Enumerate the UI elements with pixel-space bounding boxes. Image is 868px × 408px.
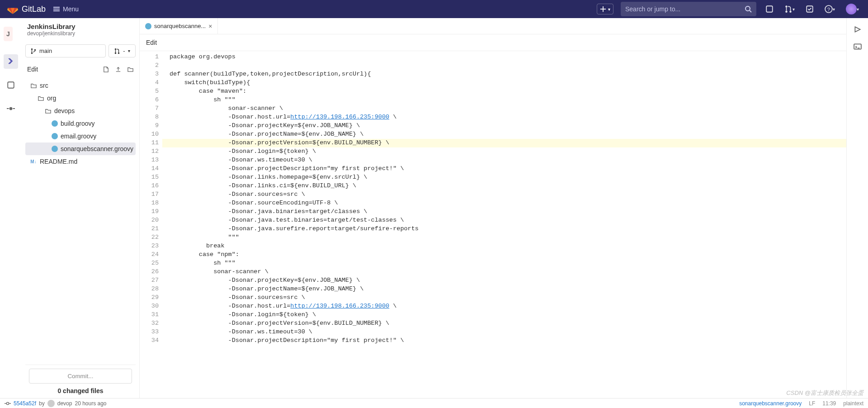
code-line[interactable]: -Dsonar.login=${token} \ (162, 311, 846, 319)
svg-point-10 (31, 48, 33, 50)
code-line[interactable]: -Dsonar.sourceEncoding=UTF-8 \ (162, 199, 846, 208)
svg-rect-8 (8, 82, 14, 88)
code-line[interactable]: -Dsonar.links.ci=${env.BUILD_URL} \ (162, 182, 846, 190)
gitlab-icon (7, 4, 18, 14)
menu-label: Menu (63, 5, 79, 13)
code-line[interactable]: -Dsonar.projectVersion=${env.BUILD_NUMBE… (162, 139, 846, 147)
project-avatar[interactable]: J (4, 27, 13, 41)
tree-item-build-groovy[interactable]: build.groovy (25, 117, 136, 130)
issues-icon[interactable] (764, 3, 775, 15)
code-line[interactable]: -Dsonar.java.surefire.report=target/sure… (162, 225, 846, 233)
groovy-icon (52, 133, 58, 139)
changed-files-count: 0 changed files (29, 387, 132, 394)
todos-icon[interactable] (804, 3, 816, 15)
merge-requests-icon[interactable]: ▾ (783, 3, 797, 15)
svg-point-15 (118, 52, 120, 54)
folder-icon (30, 82, 37, 89)
code-line[interactable]: sonar-scanner \ (162, 104, 846, 113)
search-input[interactable] (625, 5, 745, 13)
close-tab-icon[interactable]: × (208, 23, 212, 30)
code-line[interactable]: -Dsonar.login=${token} \ (162, 147, 846, 156)
code-line[interactable]: sh """ (162, 96, 846, 104)
right-rail (846, 18, 868, 398)
code-line[interactable]: -Dsonar.projectDescription="my first pro… (162, 337, 846, 345)
code-content[interactable]: package org.devops def scanner(buildType… (162, 51, 846, 398)
code-editor[interactable]: 1234567891011121314151617181920212223242… (140, 51, 846, 398)
chevron-down-icon: ▾ (128, 48, 130, 53)
pipeline-icon[interactable] (854, 25, 862, 33)
upload-icon[interactable] (115, 66, 122, 73)
tree-item-devops[interactable]: devops (25, 104, 136, 117)
code-line[interactable]: -Dsonar.projectKey=${env.JOB_NAME} \ (162, 122, 846, 130)
help-icon[interactable]: ?▾ (823, 3, 837, 15)
svg-point-4 (789, 10, 792, 13)
tree-item-src[interactable]: src (25, 79, 136, 92)
code-line[interactable]: -Dsonar.projectKey=${env.JOB_NAME} \ (162, 276, 846, 285)
search-icon (745, 5, 752, 13)
folder-icon (37, 95, 44, 102)
top-header: GitLab Menu ▾ ▾ ?▾ ▾ (0, 0, 868, 18)
code-line[interactable]: -Dsonar.sources=src \ (162, 190, 846, 199)
rail-review[interactable] (4, 78, 18, 92)
svg-point-11 (31, 52, 33, 54)
code-line[interactable]: -Dsonar.projectDescription="my first pro… (162, 165, 846, 173)
commit-button[interactable]: Commit... (29, 369, 132, 384)
tree-item-sonarquebscanner-groovy[interactable]: sonarquebscanner.groovy (25, 142, 136, 155)
tree-item-org[interactable]: org (25, 92, 136, 104)
code-line[interactable]: -Dsonar.links.homepage=${env.srcUrl} \ (162, 173, 846, 182)
code-line[interactable]: sh """ (162, 259, 846, 268)
project-path: devop/jenkinslibrary (27, 30, 75, 37)
code-line[interactable]: -Dsonar.projectName=${env.JOB_NAME} \ (162, 130, 846, 139)
code-line[interactable]: def scanner(buildType,token,projectDescr… (162, 70, 846, 79)
global-search[interactable] (621, 2, 756, 16)
tree-item-label: src (40, 82, 48, 89)
line-gutter: 1234567891011121314151617181920212223242… (140, 51, 162, 398)
svg-point-12 (34, 49, 36, 51)
svg-point-14 (115, 52, 117, 54)
url-link[interactable]: http://139.198.166.235:9000 (290, 114, 389, 120)
tree-item-README-md[interactable]: M↓README.md (25, 155, 136, 168)
tree-item-label: sonarquebscanner.groovy (61, 145, 133, 152)
code-line[interactable]: -Dsonar.java.binaries=target/classes \ (162, 208, 846, 216)
terminal-icon[interactable] (854, 43, 862, 51)
code-line[interactable]: case "maven": (162, 87, 846, 96)
icon-rail: J (0, 18, 22, 398)
tree-item-label: build.groovy (61, 120, 95, 127)
new-dropdown[interactable]: ▾ (597, 4, 613, 14)
code-line[interactable]: switch(buildType){ (162, 79, 846, 87)
svg-point-0 (745, 6, 750, 11)
mr-selector[interactable]: - ▾ (108, 44, 136, 57)
code-line[interactable] (162, 62, 846, 70)
code-line[interactable]: -Dsonar.ws.timeout=30 \ (162, 328, 846, 337)
user-menu[interactable]: ▾ (844, 2, 861, 16)
code-line[interactable]: -Dsonar.projectVersion=${env.BUILD_NUMBE… (162, 319, 846, 328)
new-dir-icon[interactable] (127, 66, 134, 73)
new-file-icon[interactable] (103, 66, 109, 73)
rail-commit[interactable] (4, 101, 18, 116)
code-line[interactable]: -Dsonar.ws.timeout=30 \ (162, 156, 846, 165)
project-name[interactable]: JenkinsLibrary (27, 23, 75, 30)
code-line[interactable]: -Dsonar.projectName=${env.JOB_NAME} \ (162, 285, 846, 294)
groovy-icon (52, 120, 58, 127)
code-line[interactable]: -Dsonar.host.url=http://139.198.166.235:… (162, 113, 846, 122)
branch-name: main (39, 47, 52, 54)
edit-section-label: Edit (27, 66, 38, 73)
code-line[interactable]: """ (162, 233, 846, 242)
hamburger-icon (53, 5, 60, 13)
code-line[interactable]: package org.devops (162, 53, 846, 62)
code-line[interactable]: break (162, 242, 846, 251)
file-tab[interactable]: sonarquebscanne... × (140, 18, 218, 34)
code-line[interactable]: -Dsonar.host.url=http://139.198.166.235:… (162, 302, 846, 311)
tree-item-email-groovy[interactable]: email.groovy (25, 130, 136, 142)
gitlab-logo[interactable]: GitLab (7, 4, 46, 14)
menu-button[interactable]: Menu (53, 5, 79, 13)
branch-selector[interactable]: main (25, 44, 106, 57)
code-line[interactable]: case "npm": (162, 251, 846, 259)
code-line[interactable]: sonar-scanner \ (162, 268, 846, 276)
code-line[interactable]: -Dsonar.java.test.binaries=target/test-c… (162, 216, 846, 225)
url-link[interactable]: http://139.198.166.235:9000 (290, 303, 389, 309)
rail-edit[interactable] (4, 54, 18, 69)
tab-label: sonarquebscanne... (154, 23, 206, 29)
code-line[interactable]: -Dsonar.sources=src \ (162, 294, 846, 302)
groovy-icon (52, 146, 58, 152)
